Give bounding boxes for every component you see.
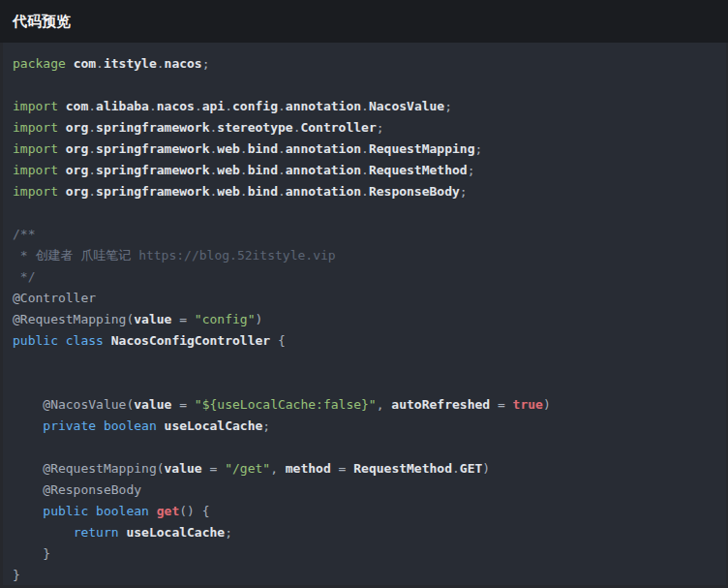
code-token [13, 525, 74, 540]
code-token: . [88, 163, 96, 177]
code-token: NacosValue [369, 99, 444, 113]
code-token: . [88, 184, 96, 199]
code-token: . [452, 461, 460, 476]
code-token: . [195, 99, 202, 113]
code-line: } [13, 543, 716, 565]
code-line [13, 75, 716, 96]
code-token: ) [543, 397, 551, 412]
code-token: . [361, 99, 369, 113]
code-token: annotation [286, 141, 361, 156]
code-token: "config" [195, 312, 256, 326]
code-line: import com.alibaba.nacos.api.config.anno… [13, 96, 716, 117]
code-token: ; [460, 184, 468, 199]
code-token: "${useLocalCache:false}" [195, 397, 377, 412]
code-token: . [361, 163, 369, 177]
code-token: bind [248, 141, 278, 156]
code-token: return [74, 525, 119, 540]
code-token: boolean [96, 504, 149, 518]
code-token: package [13, 56, 66, 71]
code-token: { [270, 333, 286, 348]
code-token [149, 504, 157, 518]
code-token: config [232, 99, 278, 113]
code-token: springframework [96, 184, 209, 199]
code-token: . [96, 56, 104, 71]
code-token: . [361, 184, 369, 199]
code-token: @Controller [13, 291, 96, 305]
code-token: ; [468, 163, 475, 177]
code-token: org [66, 120, 88, 135]
code-token [58, 120, 66, 135]
code-token: annotation [286, 163, 361, 177]
code-token [58, 163, 66, 177]
code-token: public [13, 333, 58, 348]
code-token [58, 99, 66, 113]
code-token: . [240, 184, 248, 199]
code-token: import [13, 184, 58, 199]
code-token: get [157, 504, 179, 518]
code-token: . [361, 141, 369, 156]
code-token: . [88, 120, 96, 135]
code-token: method [286, 461, 331, 476]
code-token: /** [13, 227, 35, 241]
code-token: ; [202, 56, 210, 71]
code-preview-window: 代码预览 package com.itstyle.nacos;import co… [0, 0, 728, 585]
code-editor[interactable]: package com.itstyle.nacos;import com.ali… [3, 43, 726, 585]
code-token: import [13, 99, 58, 113]
code-token: */ [13, 269, 35, 284]
code-token: RequestMethod [369, 163, 468, 177]
code-line: package com.itstyle.nacos; [13, 53, 716, 75]
code-token: value [165, 461, 202, 476]
code-line: @RequestMapping(value = "config") [13, 309, 716, 330]
code-token [104, 333, 111, 348]
code-token: } [13, 568, 20, 582]
code-token: org [66, 163, 88, 177]
code-token [66, 56, 74, 71]
code-token: itstyle [104, 56, 157, 71]
code-block: package com.itstyle.nacos;import com.ali… [13, 53, 716, 585]
code-token [88, 504, 96, 518]
code-token: springframework [96, 163, 209, 177]
code-token: import [13, 163, 58, 177]
code-token: ) [255, 312, 262, 326]
code-line: public class NacosConfigController { [13, 330, 716, 352]
code-token [13, 504, 43, 518]
code-token: alibaba [96, 99, 149, 113]
code-line: * 创建者 爪哇笔记 https://blog.52itstyle.vip [13, 245, 716, 266]
code-token: = [171, 397, 194, 412]
code-token [58, 184, 66, 199]
code-line: */ [13, 266, 716, 288]
code-token: RequestMethod [353, 461, 452, 476]
code-token: = [490, 397, 512, 412]
code-token: ; [474, 141, 482, 156]
code-token: . [240, 163, 248, 177]
code-token: = [171, 312, 194, 326]
code-token [58, 141, 66, 156]
code-token: import [13, 141, 58, 156]
code-line: import org.springframework.web.bind.anno… [13, 160, 716, 181]
code-token [157, 418, 165, 433]
code-token: springframework [96, 141, 209, 156]
code-token: autoRefreshed [391, 397, 490, 412]
code-token: , [377, 397, 392, 412]
code-token: com [74, 56, 96, 71]
code-line: @RequestMapping(value = "/get", method =… [13, 458, 716, 480]
code-token: * 创建者 爪哇笔记 [13, 248, 138, 263]
code-token: . [278, 184, 286, 199]
code-token [96, 418, 104, 433]
code-token: ; [262, 418, 270, 433]
code-token: . [157, 56, 165, 71]
code-token: value [134, 312, 171, 326]
code-token: . [278, 99, 286, 113]
code-token: public [43, 504, 88, 518]
code-token: @ResponseBody [13, 482, 141, 497]
code-token: . [278, 141, 286, 156]
code-token: . [88, 99, 96, 113]
code-token: = [331, 461, 353, 476]
code-token: "/get" [225, 461, 270, 476]
code-token: RequestMapping [369, 141, 475, 156]
code-token: web [217, 184, 239, 199]
code-token: Controller [300, 120, 376, 135]
panel-title: 代码预览 [13, 13, 71, 31]
code-line [13, 373, 716, 394]
code-token: NacosConfigController [111, 333, 270, 348]
